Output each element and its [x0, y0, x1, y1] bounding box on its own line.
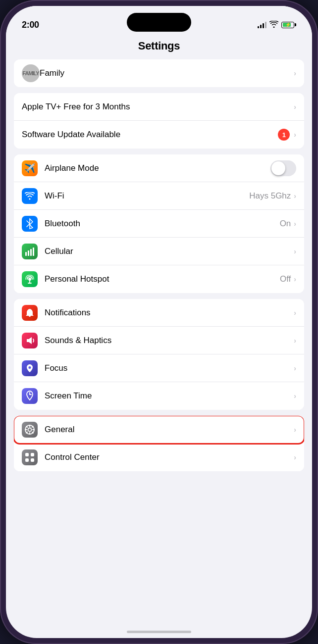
sounds-haptics-row[interactable]: Sounds & Haptics ›	[14, 327, 304, 354]
screen-time-chevron: ›	[294, 392, 296, 400]
wifi-label: Wi-Fi	[45, 191, 249, 201]
svg-rect-1	[28, 250, 29, 256]
promotions-group: Apple TV+ Free for 3 Months › Software U…	[14, 93, 304, 149]
wifi-status-icon	[269, 21, 278, 29]
family-row[interactable]: FAMILY Family ›	[14, 59, 304, 87]
svg-point-9	[28, 428, 32, 431]
family-label: Family	[40, 68, 294, 78]
bluetooth-row[interactable]: Bluetooth On ›	[14, 210, 304, 238]
wifi-icon	[22, 188, 38, 204]
control-center-label: Control Center	[45, 452, 294, 462]
notifications-label: Notifications	[45, 308, 294, 318]
wifi-chevron: ›	[294, 192, 296, 200]
page-header: Settings	[6, 36, 312, 59]
svg-point-4	[28, 278, 31, 281]
wifi-row[interactable]: Wi-Fi Hays 5Ghz ›	[14, 182, 304, 210]
page-title: Settings	[138, 40, 180, 52]
airplane-mode-row[interactable]: ✈️ Airplane Mode	[14, 154, 304, 182]
battery-icon: ⚡	[281, 22, 296, 28]
system-group: Notifications › Sounds & Haptics ›	[14, 299, 304, 410]
software-update-badge: 1	[278, 129, 290, 141]
cellular-icon	[22, 244, 38, 259]
phone-frame: 2:00	[0, 0, 318, 644]
general-chevron: ›	[294, 426, 296, 434]
software-update-row[interactable]: Software Update Available 1 ›	[14, 121, 304, 149]
screen-time-icon	[22, 388, 38, 404]
screen-time-row[interactable]: Screen Time ›	[14, 382, 304, 410]
svg-rect-19	[31, 453, 34, 456]
wifi-value: Hays 5Ghz	[249, 191, 291, 201]
apple-tv-chevron: ›	[294, 103, 296, 111]
status-time: 2:00	[22, 20, 39, 30]
sounds-haptics-chevron: ›	[294, 337, 296, 345]
apple-tv-row[interactable]: Apple TV+ Free for 3 Months ›	[14, 93, 304, 121]
svg-rect-20	[25, 458, 29, 462]
general-label: General	[45, 425, 294, 435]
svg-rect-3	[33, 248, 34, 256]
control-center-row[interactable]: Control Center ›	[14, 444, 304, 471]
airplane-mode-icon: ✈️	[22, 160, 38, 176]
status-icons: ⚡	[258, 21, 296, 29]
svg-rect-18	[25, 453, 29, 456]
cellular-row[interactable]: Cellular ›	[14, 238, 304, 265]
personal-hotspot-icon	[22, 271, 38, 287]
family-chevron: ›	[294, 69, 296, 77]
sounds-haptics-label: Sounds & Haptics	[45, 336, 294, 346]
svg-rect-0	[25, 252, 27, 256]
control-center-icon	[22, 449, 38, 465]
personal-hotspot-row[interactable]: Personal Hotspot Off ›	[14, 265, 304, 293]
connectivity-group: ✈️ Airplane Mode	[14, 154, 304, 293]
signal-icon	[258, 21, 266, 28]
focus-label: Focus	[45, 363, 294, 373]
personal-hotspot-label: Personal Hotspot	[45, 274, 280, 284]
dynamic-island	[127, 13, 191, 32]
family-group: FAMILY Family ›	[14, 59, 304, 87]
home-indicator	[127, 631, 191, 633]
focus-row[interactable]: Focus ›	[14, 354, 304, 382]
bluetooth-icon	[22, 216, 38, 232]
focus-chevron: ›	[294, 364, 296, 372]
cellular-label: Cellular	[45, 247, 294, 256]
cellular-chevron: ›	[294, 248, 296, 255]
personal-hotspot-value: Off	[280, 274, 291, 284]
scroll-content: FAMILY Family › Apple TV+ Free for 3 Mon…	[6, 59, 312, 477]
general-icon	[22, 422, 38, 438]
apple-tv-label: Apple TV+ Free for 3 Months	[22, 102, 294, 112]
control-center-chevron: ›	[294, 453, 296, 461]
svg-rect-2	[30, 249, 32, 256]
phone-screen: 2:00	[6, 6, 312, 638]
software-update-chevron: ›	[294, 131, 296, 139]
family-avatar: FAMILY	[22, 64, 40, 82]
general-group: General › Control Center ›	[14, 416, 304, 471]
general-row[interactable]: General ›	[14, 416, 304, 444]
notifications-row[interactable]: Notifications ›	[14, 299, 304, 327]
software-update-label: Software Update Available	[22, 130, 278, 140]
airplane-mode-label: Airplane Mode	[45, 163, 270, 173]
bluetooth-label: Bluetooth	[45, 219, 280, 229]
svg-rect-21	[31, 458, 34, 462]
screen-time-label: Screen Time	[45, 391, 294, 401]
airplane-mode-toggle[interactable]	[270, 160, 296, 176]
svg-point-7	[29, 366, 31, 369]
sounds-haptics-icon	[22, 333, 38, 348]
notifications-chevron: ›	[294, 309, 296, 317]
bluetooth-chevron: ›	[294, 220, 296, 228]
focus-icon	[22, 360, 38, 376]
notifications-icon	[22, 305, 38, 321]
bluetooth-value: On	[280, 219, 291, 229]
personal-hotspot-chevron: ›	[294, 275, 296, 283]
